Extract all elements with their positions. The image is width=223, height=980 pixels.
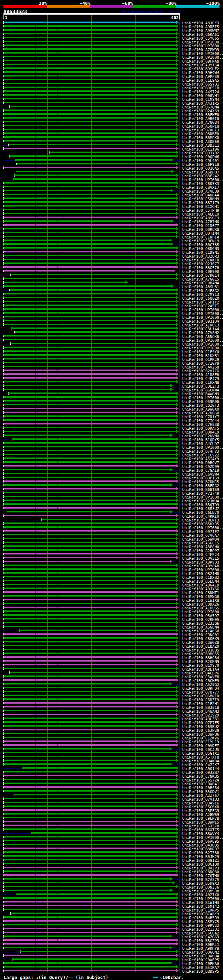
alignment-bar[interactable] xyxy=(3,373,176,375)
alignment-bar[interactable] xyxy=(3,534,176,535)
alignment-bar[interactable] xyxy=(3,71,176,73)
alignment-bar[interactable] xyxy=(3,522,176,524)
alignment-bar[interactable] xyxy=(3,538,176,539)
alignment-bar[interactable] xyxy=(3,702,176,704)
alignment-bar[interactable] xyxy=(3,404,176,405)
alignment-bar[interactable] xyxy=(3,821,176,822)
alignment-bar[interactable] xyxy=(17,163,176,164)
alignment-bar[interactable] xyxy=(3,117,176,119)
alignment-bar[interactable] xyxy=(3,236,176,237)
alignment-bar[interactable] xyxy=(3,584,176,585)
alignment-bar[interactable] xyxy=(3,851,176,853)
alignment-bar[interactable] xyxy=(3,935,170,937)
alignment-bar[interactable] xyxy=(22,767,176,768)
alignment-bar[interactable] xyxy=(3,874,176,876)
alignment-bar[interactable] xyxy=(7,511,170,512)
alignment-bar[interactable] xyxy=(3,580,176,581)
alignment-bar[interactable] xyxy=(3,932,176,933)
alignment-bar[interactable] xyxy=(3,213,176,214)
alignment-bar[interactable] xyxy=(3,488,176,490)
alignment-bar[interactable] xyxy=(3,870,176,872)
alignment-bar[interactable] xyxy=(3,637,176,639)
alignment-bar[interactable] xyxy=(3,546,176,547)
alignment-bar[interactable] xyxy=(3,718,176,719)
alignment-bar[interactable] xyxy=(3,683,170,684)
alignment-bar[interactable] xyxy=(3,496,176,497)
alignment-bar[interactable] xyxy=(3,878,170,880)
alignment-bar[interactable] xyxy=(3,691,176,692)
alignment-bar[interactable] xyxy=(3,75,176,76)
alignment-bar[interactable] xyxy=(3,955,176,956)
alignment-bar[interactable] xyxy=(3,729,176,730)
alignment-bar[interactable] xyxy=(3,970,176,971)
alignment-bar[interactable] xyxy=(3,725,176,727)
alignment-bar[interactable] xyxy=(3,113,176,115)
alignment-bar[interactable] xyxy=(3,706,176,708)
alignment-bar[interactable] xyxy=(3,312,176,313)
alignment-bar[interactable] xyxy=(3,848,176,849)
alignment-bar[interactable] xyxy=(3,503,176,505)
alignment-bar[interactable] xyxy=(3,836,176,837)
alignment-bar[interactable] xyxy=(3,515,176,516)
alignment-bar[interactable] xyxy=(3,783,176,784)
alignment-bar[interactable] xyxy=(3,94,176,95)
alignment-bar[interactable] xyxy=(3,507,176,509)
alignment-bar[interactable] xyxy=(3,473,176,474)
alignment-bar[interactable] xyxy=(3,568,176,570)
alignment-bar[interactable] xyxy=(3,863,176,864)
alignment-bar[interactable] xyxy=(3,599,176,600)
alignment-bar[interactable] xyxy=(3,251,176,252)
alignment-bar[interactable] xyxy=(3,652,176,654)
alignment-bar[interactable] xyxy=(13,178,176,180)
alignment-bar[interactable] xyxy=(3,526,176,528)
alignment-bar[interactable] xyxy=(3,603,176,604)
alignment-bar[interactable] xyxy=(3,633,176,635)
alignment-bar[interactable] xyxy=(3,771,176,772)
alignment-bar[interactable] xyxy=(3,844,176,845)
alignment-bar[interactable] xyxy=(15,159,171,161)
alignment-bar[interactable] xyxy=(19,630,176,631)
alignment-bar[interactable] xyxy=(3,477,176,478)
alignment-bar[interactable] xyxy=(3,67,176,69)
alignment-bar[interactable] xyxy=(3,809,176,811)
alignment-bar[interactable] xyxy=(8,393,176,394)
alignment-bar[interactable] xyxy=(3,412,176,413)
alignment-bar[interactable] xyxy=(3,454,176,455)
alignment-bar[interactable] xyxy=(3,764,170,765)
alignment-bar[interactable] xyxy=(3,220,171,222)
alignment-bar[interactable] xyxy=(3,859,176,861)
alignment-bar[interactable] xyxy=(3,480,176,482)
alignment-bar[interactable] xyxy=(3,664,176,665)
alignment-bar[interactable] xyxy=(3,882,172,883)
alignment-bar[interactable] xyxy=(3,622,176,623)
alignment-bar[interactable] xyxy=(3,889,170,891)
alignment-bar[interactable] xyxy=(20,951,176,952)
alignment-bar[interactable] xyxy=(3,320,176,321)
alignment-bar[interactable] xyxy=(3,710,176,711)
alignment-bar[interactable] xyxy=(3,366,176,367)
alignment-bar[interactable] xyxy=(3,285,172,287)
alignment-bar[interactable] xyxy=(3,561,170,562)
alignment-bar[interactable] xyxy=(3,802,176,803)
alignment-bar[interactable] xyxy=(3,339,176,340)
alignment-bar[interactable] xyxy=(3,427,176,428)
alignment-bar[interactable] xyxy=(3,415,176,417)
alignment-bar[interactable] xyxy=(3,687,176,688)
alignment-bar[interactable] xyxy=(3,167,176,168)
alignment-bar[interactable] xyxy=(3,362,176,363)
alignment-bar[interactable] xyxy=(3,350,176,352)
alignment-bar[interactable] xyxy=(3,572,176,574)
alignment-bar[interactable] xyxy=(3,125,176,126)
alignment-bar[interactable] xyxy=(3,278,176,279)
alignment-bar[interactable] xyxy=(3,641,176,643)
alignment-bar[interactable] xyxy=(3,60,176,61)
alignment-bar[interactable] xyxy=(3,966,176,967)
alignment-bar[interactable] xyxy=(16,171,172,172)
alignment-bar[interactable] xyxy=(3,656,176,658)
alignment-bar[interactable] xyxy=(3,461,176,463)
alignment-bar[interactable] xyxy=(3,916,176,918)
alignment-bar[interactable] xyxy=(3,301,176,302)
alignment-bar[interactable] xyxy=(3,645,176,646)
alignment-bar[interactable] xyxy=(3,649,176,650)
alignment-bar[interactable] xyxy=(3,91,176,92)
